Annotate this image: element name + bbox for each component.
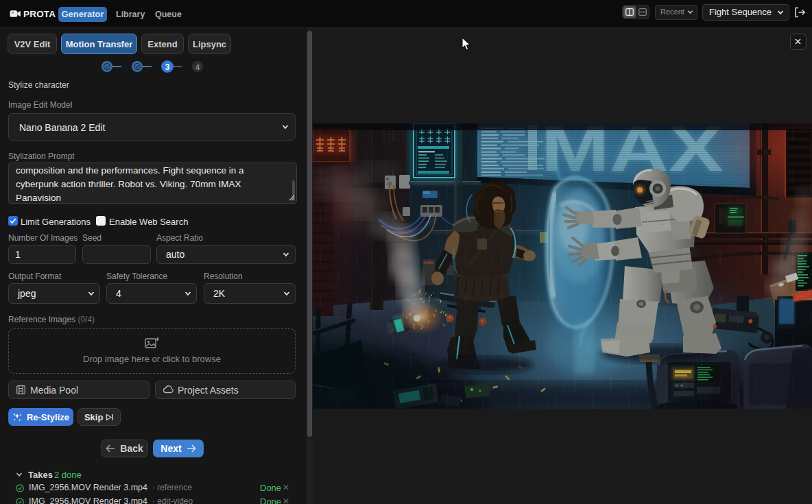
- svg-text:4: 4: [195, 63, 200, 71]
- svg-text:3: 3: [165, 62, 170, 72]
